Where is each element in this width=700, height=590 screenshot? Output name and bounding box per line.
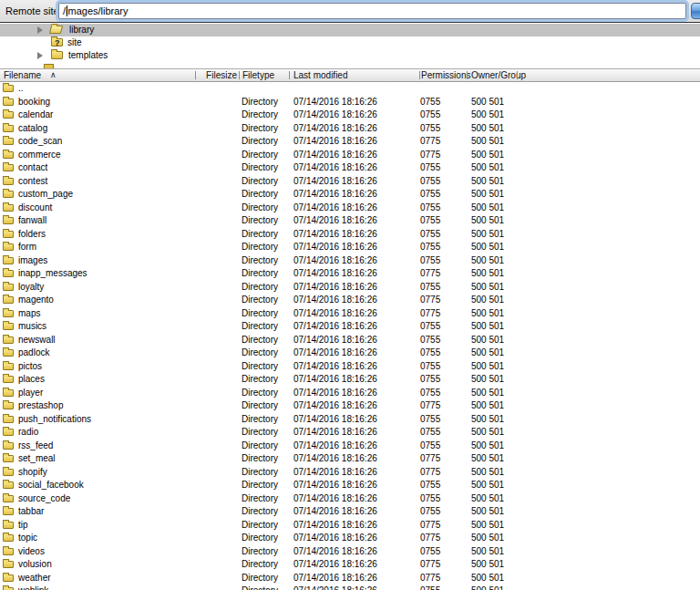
column-divider[interactable] [419, 71, 420, 79]
column-header-permissions[interactable]: Permissions [421, 69, 470, 81]
file-permissions: 0775 [420, 452, 440, 466]
file-row[interactable]: topic Directory 07/14/2016 18:16:26 0775… [0, 532, 700, 545]
file-owner-group: 500 501 [471, 519, 504, 533]
file-name: form [18, 241, 36, 254]
file-owner-group: 500 501 [471, 479, 504, 492]
folder-icon [3, 204, 14, 212]
expand-arrow-icon[interactable] [37, 52, 43, 59]
folder-icon [3, 508, 14, 515]
file-row[interactable]: places Directory 07/14/2016 18:16:26 075… [0, 373, 700, 387]
column-header-filename[interactable]: Filename [4, 69, 41, 81]
column-header-last-modified[interactable]: Last modified [293, 69, 347, 81]
file-row[interactable]: custom_page Directory 07/14/2016 18:16:2… [0, 188, 700, 202]
file-type: Directory [242, 558, 278, 572]
file-row[interactable]: shopify Directory 07/14/2016 18:16:26 07… [0, 466, 700, 480]
file-owner-group: 500 501 [471, 135, 504, 149]
file-row[interactable]: images Directory 07/14/2016 18:16:26 075… [0, 254, 700, 268]
file-row[interactable]: contest Directory 07/14/2016 18:16:26 07… [0, 175, 700, 189]
file-owner-group: 500 501 [471, 254, 504, 268]
file-row[interactable]: push_notifications Directory 07/14/2016 … [0, 413, 700, 427]
column-header-filesize[interactable]: Filesize [199, 69, 237, 81]
file-row[interactable]: prestashop Directory 07/14/2016 18:16:26… [0, 399, 700, 413]
file-row[interactable]: booking Directory 07/14/2016 18:16:26 07… [0, 96, 700, 109]
file-row[interactable]: padlock Directory 07/14/2016 18:16:26 07… [0, 347, 700, 360]
file-permissions: 0755 [420, 413, 440, 427]
file-type: Directory [242, 545, 278, 559]
file-name: code_scan [18, 135, 62, 149]
file-permissions: 0755 [420, 585, 440, 590]
folder-icon [3, 548, 14, 555]
file-type: Directory [242, 466, 278, 480]
file-row[interactable]: calendar Directory 07/14/2016 18:16:26 0… [0, 109, 700, 122]
file-owner-group: 500 501 [471, 96, 504, 109]
file-row[interactable]: fanwall Directory 07/14/2016 18:16:26 07… [0, 214, 700, 228]
column-divider[interactable] [517, 71, 518, 79]
file-row[interactable]: social_facebook Directory 07/14/2016 18:… [0, 479, 700, 492]
tree-item-site[interactable]: ? site [0, 36, 700, 49]
file-row[interactable]: weblink Directory 07/14/2016 18:16:26 07… [0, 585, 700, 590]
file-last-modified: 07/14/2016 18:16:26 [293, 399, 377, 413]
file-name: videos [18, 545, 45, 559]
file-type: Directory [242, 413, 278, 427]
file-row[interactable]: weather Directory 07/14/2016 18:16:26 07… [0, 572, 700, 585]
column-divider[interactable] [467, 71, 468, 79]
file-row[interactable]: player Directory 07/14/2016 18:16:26 075… [0, 387, 700, 400]
file-owner-group: 500 501 [471, 399, 504, 413]
expand-arrow-icon[interactable] [37, 26, 43, 34]
file-row[interactable]: radio Directory 07/14/2016 18:16:26 0755… [0, 426, 700, 440]
file-owner-group: 500 501 [471, 228, 504, 242]
file-name: player [18, 387, 43, 400]
sort-ascending-icon: ∧ [50, 69, 57, 81]
file-row[interactable]: pictos Directory 07/14/2016 18:16:26 075… [0, 360, 700, 374]
file-row[interactable]: contact Directory 07/14/2016 18:16:26 07… [0, 161, 700, 175]
column-divider[interactable] [239, 71, 240, 79]
column-header-filetype[interactable]: Filetype [242, 69, 274, 81]
file-name: weather [18, 572, 51, 585]
file-permissions: 0775 [420, 572, 440, 585]
file-row[interactable]: tip Directory 07/14/2016 18:16:26 0775 5… [0, 519, 700, 533]
file-last-modified: 07/14/2016 18:16:26 [293, 214, 377, 228]
file-row[interactable]: tabbar Directory 07/14/2016 18:16:26 075… [0, 505, 700, 519]
folder-icon [3, 85, 14, 92]
tree-item-templates[interactable]: templates [0, 49, 700, 62]
file-name: places [18, 373, 45, 387]
file-permissions: 0775 [420, 307, 440, 321]
tree-item-library[interactable]: library [0, 24, 700, 36]
file-name: newswall [18, 334, 56, 347]
file-owner-group: 500 501 [471, 426, 504, 440]
file-row[interactable]: volusion Directory 07/14/2016 18:16:26 0… [0, 558, 700, 572]
file-row[interactable]: set_meal Directory 07/14/2016 18:16:26 0… [0, 452, 700, 466]
folder-icon [3, 164, 14, 171]
file-row[interactable]: source_code Directory 07/14/2016 18:16:2… [0, 492, 700, 506]
file-owner-group: 500 501 [471, 267, 504, 281]
file-row[interactable]: folders Directory 07/14/2016 18:16:26 07… [0, 228, 700, 242]
file-row[interactable]: maps Directory 07/14/2016 18:16:26 0775 … [0, 307, 700, 321]
file-name: weblink [18, 585, 48, 590]
column-divider[interactable] [289, 71, 290, 79]
column-header-owner-group[interactable]: Owner/Group [471, 69, 526, 81]
remote-site-input[interactable]: /images/library [58, 3, 686, 19]
file-permissions: 0755 [420, 188, 440, 202]
file-row[interactable]: magento Directory 07/14/2016 18:16:26 07… [0, 294, 700, 307]
file-row[interactable]: form Directory 07/14/2016 18:16:26 0755 … [0, 241, 700, 254]
file-last-modified: 07/14/2016 18:16:26 [293, 466, 377, 480]
file-type: Directory [242, 440, 278, 453]
file-row[interactable]: newswall Directory 07/14/2016 18:16:26 0… [0, 334, 700, 347]
file-row[interactable]: musics Directory 07/14/2016 18:16:26 075… [0, 320, 700, 334]
file-row[interactable]: code_scan Directory 07/14/2016 18:16:26 … [0, 135, 700, 149]
file-row[interactable]: rss_feed Directory 07/14/2016 18:16:26 0… [0, 440, 700, 453]
file-row[interactable]: discount Directory 07/14/2016 18:16:26 0… [0, 202, 700, 215]
file-name: images [18, 254, 47, 268]
column-divider[interactable] [195, 71, 196, 79]
file-row[interactable]: loyalty Directory 07/14/2016 18:16:26 07… [0, 281, 700, 295]
file-row[interactable]: .. [0, 82, 700, 96]
file-last-modified: 07/14/2016 18:16:26 [293, 492, 377, 506]
file-owner-group: 500 501 [471, 360, 504, 374]
file-row[interactable]: videos Directory 07/14/2016 18:16:26 075… [0, 545, 700, 559]
file-row[interactable]: commerce Directory 07/14/2016 18:16:26 0… [0, 149, 700, 162]
file-type: Directory [242, 347, 278, 360]
file-row[interactable]: inapp_messages Directory 07/14/2016 18:1… [0, 267, 700, 281]
file-row[interactable]: catalog Directory 07/14/2016 18:16:26 07… [0, 122, 700, 136]
chevron-down-icon[interactable] [691, 3, 700, 19]
file-owner-group: 500 501 [471, 161, 504, 175]
